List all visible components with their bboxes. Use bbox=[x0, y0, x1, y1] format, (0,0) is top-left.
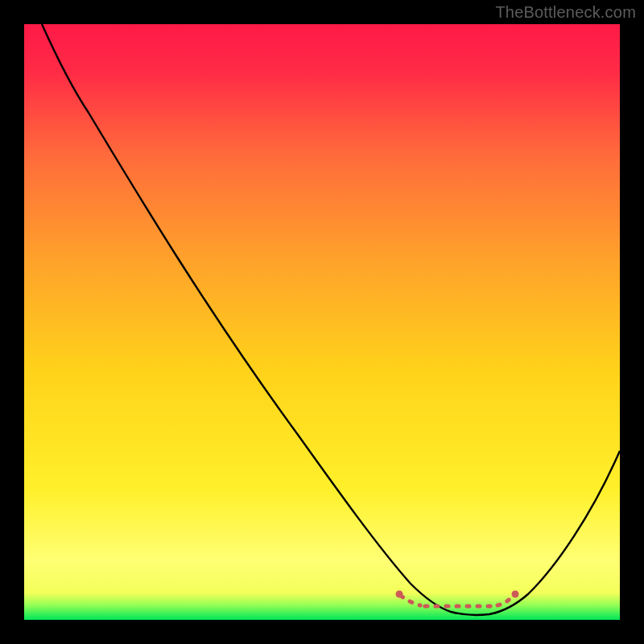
optimal-band-end-left bbox=[396, 591, 403, 598]
plot-background bbox=[24, 24, 620, 620]
watermark-text: TheBottleneck.com bbox=[495, 3, 636, 22]
chart-stage: TheBottleneck.com bbox=[0, 0, 644, 644]
optimal-band-end-right bbox=[512, 591, 519, 598]
bottleneck-chart bbox=[0, 0, 644, 644]
